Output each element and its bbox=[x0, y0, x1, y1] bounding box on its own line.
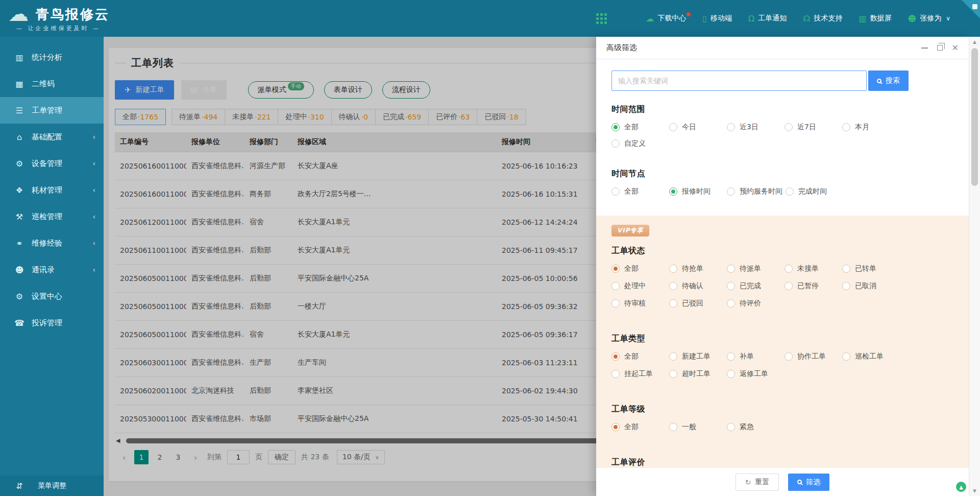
sidebar-item[interactable]: ☎ 投诉管理 bbox=[0, 310, 104, 336]
sidebar-item[interactable]: ⌂ 基础配置 ‹ bbox=[0, 124, 104, 150]
pill-button[interactable]: 表单设计 bbox=[324, 81, 372, 99]
scroll-left-icon[interactable]: ◀ bbox=[116, 437, 120, 444]
filter-button[interactable]: 筛选 bbox=[788, 474, 829, 491]
sidebar-item[interactable]: ▦ 二维码 bbox=[0, 70, 104, 97]
order-number-link[interactable]: 2025061200110001 bbox=[115, 208, 186, 237]
order-number-link[interactable]: 2025061600110001 bbox=[115, 180, 186, 208]
apps-grid-icon[interactable] bbox=[596, 17, 607, 20]
pill-button[interactable]: 派单模式 手动 bbox=[248, 81, 314, 99]
radio-option[interactable]: 报修时间 bbox=[669, 187, 727, 196]
nav-item[interactable]: ▥ 数据屏 bbox=[859, 14, 891, 23]
radio-option[interactable]: 全部 bbox=[611, 187, 669, 196]
radio-option[interactable]: 全部 bbox=[611, 123, 669, 132]
radio-option[interactable]: 完成时间 bbox=[786, 187, 843, 196]
action-button[interactable]: ✈ 新建工单 bbox=[115, 80, 174, 100]
radio-option[interactable]: 自定义 bbox=[611, 139, 669, 148]
radio-option[interactable]: 预约服务时间 bbox=[727, 187, 786, 196]
radio-option[interactable]: 返修工单 bbox=[727, 369, 785, 379]
vertical-scrollbar[interactable]: ▲ ▼ bbox=[969, 37, 980, 496]
confirm-page-button[interactable]: 确定 bbox=[268, 450, 296, 464]
next-page-button[interactable]: › bbox=[189, 450, 202, 464]
status-tab[interactable]: 已驳回 ·18 bbox=[477, 109, 526, 125]
radio-option[interactable]: 待派单 bbox=[727, 264, 785, 273]
status-tab[interactable]: 处理中 ·310 bbox=[278, 109, 331, 125]
status-tab[interactable]: 全部 ·1765 bbox=[115, 109, 166, 125]
radio-option[interactable]: 全部 bbox=[611, 264, 669, 273]
radio-option[interactable]: 待评价 bbox=[727, 299, 785, 308]
action-button[interactable]: ▤ 补单 bbox=[181, 80, 227, 100]
pill-button[interactable]: 流程设计 bbox=[382, 81, 430, 99]
status-tab[interactable]: 待确认 ·0 bbox=[331, 109, 376, 125]
sidebar-item[interactable]: ☻ 通讯录 ‹ bbox=[0, 256, 104, 283]
prev-page-button[interactable]: ‹ bbox=[118, 450, 130, 464]
status-tab[interactable]: 已完成 ·659 bbox=[375, 109, 429, 125]
radio-option[interactable]: 已完成 bbox=[727, 281, 785, 291]
radio-option[interactable]: 已驳回 bbox=[669, 299, 727, 308]
scroll-up-icon[interactable]: ▲ bbox=[969, 39, 980, 44]
radio-option[interactable]: 处理中 bbox=[611, 281, 669, 291]
order-number-link[interactable]: 2025061600110002 bbox=[115, 152, 186, 180]
sidebar-item-menu-adjust[interactable]: ⇵ 菜单调整 bbox=[0, 476, 104, 496]
nav-item[interactable]: ☊ 技术支持 bbox=[803, 14, 842, 23]
maximize-icon[interactable] bbox=[937, 45, 943, 51]
page-number-button[interactable]: 1 bbox=[134, 450, 149, 464]
radio-option[interactable]: 一般 bbox=[669, 422, 727, 432]
status-tab[interactable]: 待派单 ·494 bbox=[172, 109, 225, 125]
order-number-link[interactable]: 2025060300110001 bbox=[115, 349, 186, 377]
radio-option[interactable]: 未接单 bbox=[785, 264, 842, 273]
page-jump-input[interactable] bbox=[227, 450, 250, 464]
sidebar-item[interactable]: ⚙ 设备管理 ‹ bbox=[0, 150, 104, 177]
radio-option[interactable]: 全部 bbox=[611, 352, 669, 361]
order-number-link[interactable]: 2025060500110006 bbox=[115, 265, 186, 293]
page-number-button[interactable]: 3 bbox=[171, 450, 185, 464]
corner-widget-icon[interactable] bbox=[962, 0, 980, 18]
radio-option[interactable]: 补单 bbox=[727, 352, 785, 361]
radio-option[interactable]: 超时工单 bbox=[669, 369, 727, 379]
order-number-link[interactable]: 2025061100110004 bbox=[115, 237, 186, 265]
radio-option[interactable]: 全部 bbox=[611, 422, 669, 432]
page-size-select[interactable]: 10 条/页 ∨ bbox=[337, 450, 385, 464]
sidebar-item-label: 投诉管理 bbox=[32, 318, 95, 328]
radio-option[interactable]: 已取消 bbox=[842, 281, 900, 291]
minimize-icon[interactable] bbox=[921, 48, 928, 49]
radio-option[interactable]: 待抢单 bbox=[669, 264, 727, 273]
radio-option[interactable]: 已暂停 bbox=[785, 281, 842, 291]
order-number-link[interactable]: 2025060500110003 bbox=[115, 321, 186, 349]
nav-item[interactable]: ▯ 移动端 bbox=[702, 14, 732, 23]
sidebar-item[interactable]: ☰ 工单管理 bbox=[0, 97, 104, 124]
radio-option[interactable]: 协作工单 bbox=[785, 352, 842, 361]
back-to-top-button[interactable]: ▲ bbox=[956, 482, 966, 492]
close-icon[interactable]: ✕ bbox=[952, 44, 959, 52]
status-tab[interactable]: 已评价 ·63 bbox=[428, 109, 477, 125]
scrollbar-thumb[interactable] bbox=[971, 48, 978, 186]
scroll-down-icon[interactable]: ▼ bbox=[969, 488, 980, 493]
sidebar-item[interactable]: ❖ 耗材管理 ‹ bbox=[0, 177, 104, 203]
nav-item[interactable]: ☻ 张修为 ∨ bbox=[908, 14, 950, 23]
radio-option[interactable]: 巡检工单 bbox=[842, 352, 900, 361]
radio-option[interactable]: 待审核 bbox=[611, 299, 669, 308]
status-tab[interactable]: 未接单 ·221 bbox=[225, 109, 278, 125]
radio-option[interactable]: 待确认 bbox=[669, 281, 727, 291]
radio-option[interactable]: 近7日 bbox=[785, 123, 842, 132]
radio-option[interactable]: 本月 bbox=[842, 123, 900, 132]
search-input[interactable] bbox=[611, 70, 867, 91]
radio-option[interactable]: 近3日 bbox=[727, 123, 785, 132]
nav-item[interactable]: Ω 工单通知 bbox=[748, 14, 787, 23]
radio-option[interactable]: 紧急 bbox=[727, 422, 785, 432]
sidebar-item[interactable]: ⚒ 巡检管理 ‹ bbox=[0, 203, 104, 230]
radio-option[interactable]: 新建工单 bbox=[669, 352, 727, 361]
search-button[interactable]: 搜索 bbox=[868, 70, 909, 91]
radio-option[interactable]: 挂起工单 bbox=[611, 369, 669, 379]
order-number-link[interactable]: 2025060200110001 bbox=[115, 377, 186, 405]
sidebar-item[interactable]: ⚙ 设置中心 bbox=[0, 283, 104, 310]
nav-item[interactable]: ☁ 下载中心 bbox=[646, 14, 686, 23]
sidebar-item-label: 统计分析 bbox=[32, 53, 95, 62]
sidebar-item[interactable]: ▥ 统计分析 bbox=[0, 44, 104, 70]
order-number-link[interactable]: 2025060500110004 bbox=[115, 293, 186, 321]
order-number-link[interactable]: 2025053000110003 bbox=[115, 405, 186, 433]
radio-option[interactable]: 已转单 bbox=[842, 264, 900, 273]
sidebar-item[interactable]: ⚭ 维修经验 ‹ bbox=[0, 230, 104, 256]
reset-button[interactable]: ↻ 重置 bbox=[736, 474, 779, 491]
page-number-button[interactable]: 2 bbox=[153, 450, 167, 464]
radio-option[interactable]: 今日 bbox=[669, 123, 727, 132]
